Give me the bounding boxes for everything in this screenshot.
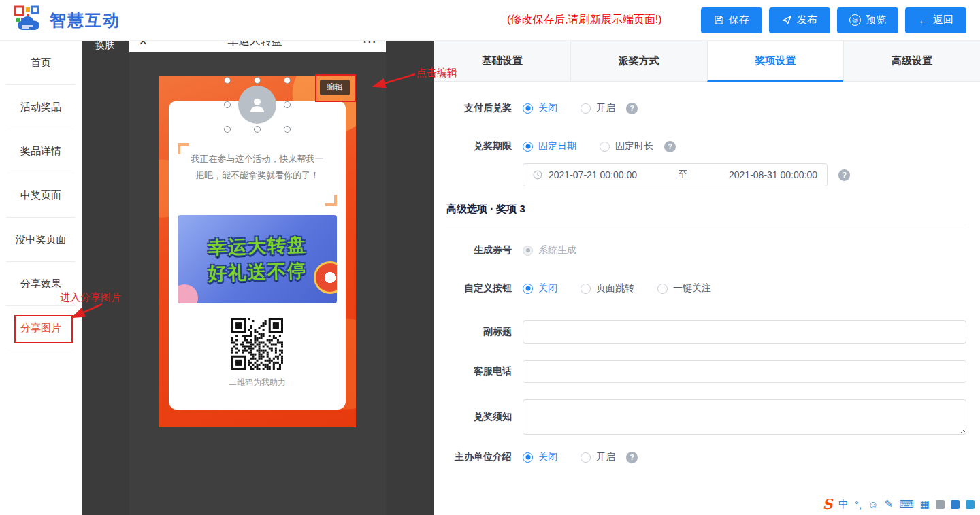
avatar[interactable] [238,86,276,124]
ime-handwrite-icon[interactable]: ✎ [885,498,894,510]
help-icon[interactable]: ? [626,452,638,463]
sidebar-item-no-win-page[interactable]: 没中奖页面 [6,218,76,262]
publish-button[interactable]: 发布 [769,7,830,33]
phone-header: ✕ 幸运大转盘 ⋯ [129,41,386,52]
sidebar-item-win-page[interactable]: 中奖页面 [6,173,76,218]
ime-punctuation-toggle[interactable]: °, [855,499,862,510]
custom-button-close-radio[interactable]: 关闭 [523,282,557,295]
preview-canvas: 换肤 ✕ 幸运大转盘 ⋯ 编辑 [82,41,434,515]
redeem-notice-row: 兑奖须知 [446,399,966,435]
back-arrow-icon: ← [918,15,928,25]
radio-unselected [657,284,668,294]
date-separator: 至 [679,169,688,181]
change-skin-button[interactable]: 换肤 [95,41,114,52]
sidebar-item-home[interactable]: 首页 [6,41,76,85]
organizer-close-radio[interactable]: 关闭 [523,451,557,463]
brand-title: 智慧互动 [50,10,120,31]
resize-handle[interactable] [284,101,291,108]
brand-logo-icon [14,5,44,35]
person-icon [247,95,267,115]
resize-handle[interactable] [224,126,231,133]
tab-award-method[interactable]: 派奖方式 [570,41,707,82]
service-phone-row: 客服电话 [446,360,966,383]
more-menu-icon[interactable]: ⋯ [363,41,376,50]
help-icon[interactable]: ? [626,103,638,114]
tab-prize-settings[interactable]: 奖项设置 [707,41,844,82]
radio-unselected [600,142,610,152]
organizer-row: 主办单位介绍 关闭 开启 ? [446,451,966,463]
sidebar-item-prizes[interactable]: 活动奖品 [6,85,76,129]
page-jump-radio[interactable]: 页面跳转 [581,282,634,295]
date-range-picker[interactable]: 2021-07-21 00:00:00 至 2021-08-31 00:00:0… [523,163,828,186]
edit-button[interactable]: 编辑 [320,80,350,95]
pay-redeem-open-radio[interactable]: 开启 [581,102,615,114]
radio-selected [523,452,533,463]
date-start-value: 2021-07-21 00:00:00 [549,169,637,180]
ime-toolbox-icon[interactable]: ▦ [920,498,930,510]
fixed-duration-radio[interactable]: 固定时长 [600,140,653,152]
qr-code [231,318,283,370]
save-button[interactable]: 保存 [701,7,762,33]
radio-disabled [523,246,533,256]
brand: 智慧互动 [14,5,120,35]
share-inner-card: 我正在参与这个活动，快来帮我一把吧，能不能拿奖就看你的了！ 幸运大转盘 好礼送不… [169,101,346,410]
resize-handle[interactable] [224,101,231,108]
preview-button[interactable]: @ 预览 [837,7,898,33]
paper-plane-icon [782,15,792,25]
header-actions: 保存 发布 @ 预览 ← 返回 [701,7,966,33]
close-icon[interactable]: ✕ [139,41,148,48]
ime-lang-toggle[interactable]: 中 [838,498,849,511]
redeem-period-row: 兑奖期限 固定日期 固定时长 ? [446,140,966,152]
pay-redeem-row: 支付后兑奖 关闭 开启 ? [446,102,966,114]
resize-handle[interactable] [254,77,261,84]
click-edit-annotation: 点击编辑 [416,67,457,80]
phone-mockup: ✕ 幸运大转盘 ⋯ 编辑 [129,41,386,515]
clock-icon [533,170,542,180]
settings-tabs: 基础设置 派奖方式 奖项设置 高级设置 [434,41,980,82]
qr-code-image [231,318,283,370]
help-icon[interactable]: ? [838,169,850,181]
coupon-number-row: 生成券号 系统生成 [446,244,966,256]
date-end-value: 2021-08-31 00:00:00 [729,169,817,180]
organizer-open-radio[interactable]: 开启 [581,451,615,463]
sidebar-item-share-image[interactable]: 分享图片 [6,306,76,350]
ime-logo-icon[interactable]: S [823,496,832,512]
radio-selected [523,284,533,294]
subtitle-input[interactable] [523,320,966,344]
fixed-date-radio[interactable]: 固定日期 [523,140,576,152]
share-invite-text: 我正在参与这个活动，快来帮我一把吧，能不能拿奖就看你的了！ [188,151,327,184]
refresh-notice: (修改保存后,请刷新展示端页面!) [507,13,662,27]
redeem-notice-textarea[interactable] [523,399,966,435]
app-header: 智慧互动 (修改保存后,请刷新展示端页面!) 保存 发布 @ 预览 ← 返回 [0,0,980,41]
ime-extension-icon[interactable] [951,500,960,509]
ime-emoji-icon[interactable]: ☺ [868,499,878,510]
help-icon[interactable]: ? [664,141,676,152]
share-image-card: 编辑 我正在参与这个活动，快来帮我一把吧，能不能拿奖 [159,76,356,427]
activity-banner: 幸运大转盘 好礼送不停 [178,215,337,303]
sidebar: 首页 活动奖品 奖品详情 中奖页面 没中奖页面 分享效果 分享图片 [0,41,82,515]
ime-extension-icon[interactable] [966,500,975,509]
radio-unselected [581,452,591,463]
back-button[interactable]: ← 返回 [905,7,966,33]
sidebar-item-prize-detail[interactable]: 奖品详情 [6,129,76,173]
enter-share-image-annotation: 进入分享图片 [60,291,121,304]
quote-mark-right [325,195,337,206]
tab-advanced-settings[interactable]: 高级设置 [843,41,980,82]
one-key-follow-radio[interactable]: 一键关注 [657,282,711,295]
resize-handle[interactable] [284,77,291,84]
phone-page-title: 幸运大转盘 [148,41,363,48]
resize-handle[interactable] [224,77,231,84]
settings-panel: 基础设置 派奖方式 奖项设置 高级设置 支付后兑奖 关闭 开启 ? 兑奖期限 固… [434,41,980,515]
ime-extension-icon[interactable] [936,500,945,509]
ime-keyboard-icon[interactable]: ⌨ [899,498,914,510]
section-divider [446,225,966,225]
advanced-options-section-title: 高级选项 · 奖项 3 [446,203,966,216]
resize-handle[interactable] [284,126,291,133]
radio-unselected [581,284,591,294]
resize-handle[interactable] [254,126,261,133]
pay-redeem-close-radio[interactable]: 关闭 [523,102,557,114]
service-phone-input[interactable] [523,360,966,383]
date-range-row: 2021-07-21 00:00:00 至 2021-08-31 00:00:0… [446,163,966,186]
save-icon [714,15,724,25]
ime-toolbar: S 中 °, ☺ ✎ ⌨ ▦ [823,496,975,512]
